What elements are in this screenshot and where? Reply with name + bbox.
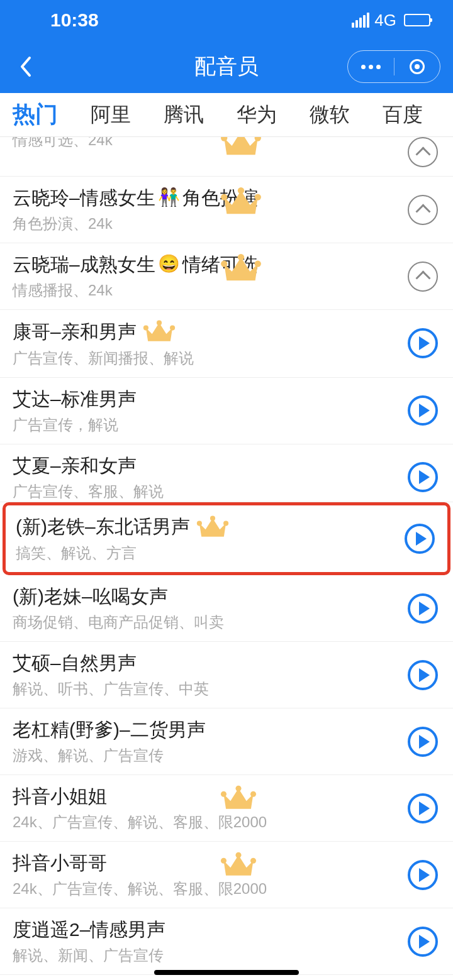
svg-point-8: [255, 260, 261, 267]
list-item[interactable]: 度逍遥2–情感男声解说、新闻、广告宣传: [0, 908, 453, 975]
nav-bar: 配音员: [0, 40, 453, 93]
svg-point-9: [143, 326, 148, 331]
play-button[interactable]: [408, 328, 438, 358]
tab-huawei[interactable]: 华为: [237, 101, 277, 129]
svg-point-12: [197, 520, 202, 526]
svg-point-4: [238, 187, 244, 194]
item-subtitle: 情感可选、24k: [13, 137, 398, 150]
play-button[interactable]: [405, 524, 435, 554]
miniprogram-capsule: [347, 50, 440, 83]
item-subtitle: 广告宣传、客服、解说: [13, 482, 398, 502]
item-title: 抖音小姐姐: [13, 784, 398, 808]
crown-icon: [143, 319, 176, 344]
collapse-button[interactable]: [408, 195, 438, 225]
list-item[interactable]: 艾硕–自然男声解说、听书、广告宣传、中英: [0, 642, 453, 708]
item-subtitle: 情感播报、24k: [13, 280, 398, 300]
network-label: 4G: [374, 11, 396, 30]
close-miniprogram-button[interactable]: [394, 59, 440, 74]
item-title: 艾夏–亲和女声: [13, 453, 398, 478]
item-title: 抖音小哥哥: [13, 851, 398, 875]
item-title: (新)老铁–东北话男声: [16, 514, 394, 540]
list-item[interactable]: 抖音小哥哥24k、广告宣传、解说、客服、限2000: [0, 842, 453, 908]
crown-icon: [220, 252, 262, 284]
item-text: 抖音小哥哥24k、广告宣传、解说、客服、限2000: [13, 851, 398, 899]
tab-hot[interactable]: 热门: [13, 99, 58, 130]
home-indicator[interactable]: [154, 970, 299, 975]
crown-icon: [220, 137, 262, 158]
play-button[interactable]: [408, 727, 438, 757]
item-subtitle: 广告宣传，解说: [13, 415, 398, 435]
item-title: 云晓瑞–成熟女生😄情绪可选: [13, 252, 398, 277]
list-item[interactable]: 康哥–亲和男声 广告宣传、新闻播报、解说: [0, 310, 453, 378]
play-button[interactable]: [408, 927, 438, 957]
item-text: 康哥–亲和男声 广告宣传、新闻播报、解说: [13, 319, 398, 368]
crown-icon: [196, 514, 229, 540]
crown-icon: [220, 185, 262, 217]
signal-icon: [352, 13, 369, 28]
item-title: 云晓玲–情感女生👫角色扮演: [13, 185, 398, 210]
item-title: 度逍遥2–情感男声: [13, 917, 398, 942]
play-button[interactable]: [408, 860, 438, 890]
list-item[interactable]: (新)老妹–吆喝女声商场促销、电商产品促销、叫卖: [0, 575, 453, 642]
svg-point-13: [210, 515, 215, 520]
svg-point-15: [221, 791, 226, 797]
item-subtitle: 广告宣传、新闻播报、解说: [13, 348, 398, 368]
svg-point-16: [235, 786, 241, 791]
item-title: 老杠精(野爹)–二货男声: [13, 717, 398, 742]
item-subtitle: 商场促销、电商产品促销、叫卖: [13, 612, 398, 632]
page-title: 配音员: [194, 52, 259, 81]
item-text: (新)老铁–东北话男声 搞笑、解说、方言: [16, 514, 394, 564]
item-text: (新)老妹–吆喝女声商场促销、电商产品促销、叫卖: [13, 584, 398, 632]
tab-ali[interactable]: 阿里: [91, 101, 131, 129]
item-subtitle: 24k、广告宣传、解说、客服、限2000: [13, 879, 398, 899]
tab-microsoft[interactable]: 微软: [310, 101, 350, 129]
list-item[interactable]: 婉清–温柔女声新闻播报、解说: [0, 975, 453, 980]
collapse-button[interactable]: [408, 262, 438, 292]
svg-point-19: [235, 852, 241, 858]
item-text: 艾达–标准男声广告宣传，解说: [13, 387, 398, 435]
svg-point-10: [157, 320, 162, 325]
tabs: 热门 阿里 腾讯 华为 微软 百度: [0, 93, 453, 137]
item-subtitle: 游戏、解说、广告宣传: [13, 746, 398, 766]
item-title: (新)老妹–吆喝女声: [13, 584, 398, 608]
tab-tencent[interactable]: 腾讯: [164, 101, 204, 129]
tab-baidu[interactable]: 百度: [383, 101, 423, 129]
item-subtitle: 搞笑、解说、方言: [16, 543, 394, 563]
svg-point-20: [250, 858, 256, 864]
svg-point-14: [223, 520, 228, 526]
more-button[interactable]: [348, 65, 394, 69]
list-item[interactable]: (新)老铁–东北话男声 搞笑、解说、方言: [3, 502, 450, 576]
svg-point-7: [238, 254, 244, 260]
item-title: 康哥–亲和男声: [13, 319, 398, 344]
list-item[interactable]: 云晓玲–情感女生👫角色扮演角色扮演、24k: [0, 177, 453, 243]
item-subtitle: 角色扮演、24k: [13, 214, 398, 234]
crown-icon: [220, 851, 257, 879]
item-title: 艾达–标准男声: [13, 387, 398, 411]
list-item[interactable]: 老杠精(野爹)–二货男声游戏、解说、广告宣传: [0, 708, 453, 775]
item-subtitle: 24k、广告宣传、解说、客服、限2000: [13, 812, 398, 832]
list-item[interactable]: 抖音小姐姐24k、广告宣传、解说、客服、限2000: [0, 775, 453, 842]
play-button[interactable]: [408, 462, 438, 492]
item-text: 抖音小姐姐24k、广告宣传、解说、客服、限2000: [13, 784, 398, 832]
status-time: 10:38: [50, 9, 99, 31]
item-title: 艾硕–自然男声: [13, 651, 398, 675]
back-button[interactable]: [13, 54, 38, 79]
list-item[interactable]: 艾夏–亲和女声广告宣传、客服、解说: [0, 444, 453, 502]
voice-list[interactable]: 情感可选、24k 云晓玲–情感女生👫角色扮演角色扮演、24k 云晓瑞–成熟女生😄…: [0, 137, 453, 980]
item-text: 情感可选、24k: [13, 137, 398, 150]
play-button[interactable]: [408, 395, 438, 426]
play-button[interactable]: [408, 593, 438, 624]
item-text: 老杠精(野爹)–二货男声游戏、解说、广告宣传: [13, 717, 398, 766]
collapse-button[interactable]: [408, 137, 438, 167]
crown-icon: [220, 784, 257, 812]
list-item[interactable]: 艾达–标准男声广告宣传，解说: [0, 378, 453, 444]
svg-point-18: [221, 858, 226, 864]
play-button[interactable]: [408, 793, 438, 823]
item-text: 度逍遥2–情感男声解说、新闻、广告宣传: [13, 917, 398, 966]
item-text: 艾硕–自然男声解说、听书、广告宣传、中英: [13, 651, 398, 699]
play-button[interactable]: [408, 660, 438, 690]
list-item[interactable]: 情感可选、24k: [0, 137, 453, 177]
svg-point-3: [221, 194, 227, 200]
list-item[interactable]: 云晓瑞–成熟女生😄情绪可选情感播报、24k: [0, 243, 453, 310]
item-subtitle: 解说、听书、广告宣传、中英: [13, 679, 398, 699]
